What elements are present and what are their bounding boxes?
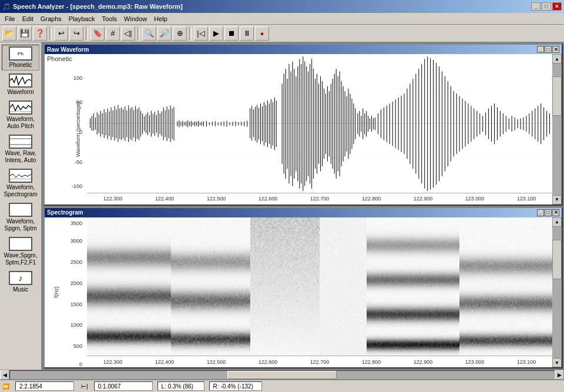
menu-file[interactable]: File xyxy=(1,14,19,24)
waveform-maximize-btn[interactable]: □ xyxy=(545,46,552,53)
svg-rect-210 xyxy=(543,108,544,140)
svg-rect-136 xyxy=(347,96,347,151)
hscroll-right-btn[interactable]: ▶ xyxy=(555,370,564,380)
tb-record[interactable]: ● xyxy=(255,26,269,41)
svg-rect-141 xyxy=(355,109,355,139)
x-tick-0: 122.300 xyxy=(103,196,123,202)
menu-playback[interactable]: Playback xyxy=(65,14,99,24)
svg-rect-12 xyxy=(106,112,106,135)
minimize-button[interactable]: _ xyxy=(531,2,540,11)
status-level-r-value: R: -0.4% (-132) xyxy=(213,383,253,390)
tb-save[interactable]: 💾 xyxy=(18,26,32,41)
svg-rect-100 xyxy=(284,74,284,174)
svg-rect-47 xyxy=(167,106,167,141)
vscroll-thumb[interactable] xyxy=(552,76,562,116)
spectrogram-y-axis: f(Hz) 3500 3000 2500 2000 1500 1000 500 … xyxy=(45,217,87,368)
maximize-button[interactable]: □ xyxy=(542,2,551,11)
y-tick-0: 0 xyxy=(79,129,85,135)
x-tick-7: 123.000 xyxy=(465,196,485,202)
phonetic-label: Phonetic xyxy=(9,62,32,69)
spectrogram-vscroll-down[interactable]: ▼ xyxy=(552,358,562,367)
waveform-vscroll[interactable]: ▲ ▼ xyxy=(552,54,562,205)
svg-rect-66 xyxy=(202,122,202,126)
vscroll-down-btn[interactable]: ▼ xyxy=(552,195,562,205)
waveform-x-axis: 122.300 122.400 122.500 122.600 122.700 … xyxy=(87,193,552,205)
svg-rect-30 xyxy=(137,109,137,138)
tb-skip-start[interactable]: |◁ xyxy=(194,26,208,41)
spectrogram-minimize-btn[interactable]: _ xyxy=(537,209,544,216)
tb-open[interactable]: 📂 xyxy=(2,26,16,41)
menu-window[interactable]: Window xyxy=(120,14,150,24)
svg-rect-40 xyxy=(155,112,155,135)
close-button[interactable]: ✕ xyxy=(552,2,562,11)
tb-zoom-in[interactable]: 🔍 xyxy=(142,26,156,41)
tb-pause[interactable]: ⏸ xyxy=(240,26,254,41)
spectrogram-panel: Spectrogram _ □ ✕ f(Hz) 3500 3000 2500 2… xyxy=(43,207,563,369)
sidebar-item-music[interactable]: ♪ Music xyxy=(2,269,39,295)
spectrogram-maximize-btn[interactable]: □ xyxy=(545,209,552,216)
svg-rect-193 xyxy=(494,103,495,144)
spectrogram-vscroll-up[interactable]: ▲ xyxy=(552,217,562,227)
spectrogram-vscroll-thumb[interactable] xyxy=(552,240,562,279)
svg-rect-61 xyxy=(193,122,193,125)
menu-help[interactable]: Help xyxy=(150,14,171,24)
svg-rect-207 xyxy=(535,109,535,139)
sidebar-item-waveform-spectrogram[interactable]: Waveform, Spectrogram xyxy=(2,167,39,200)
svg-rect-117 xyxy=(313,69,314,179)
hscroll-left-btn[interactable]: ◀ xyxy=(0,370,9,380)
tb-zoom-sel[interactable]: ⊕ xyxy=(173,26,187,41)
svg-rect-43 xyxy=(160,113,160,134)
svg-rect-32 xyxy=(140,111,141,137)
svg-rect-131 xyxy=(338,76,338,171)
svg-rect-70 xyxy=(212,122,213,126)
spectrogram-close-btn[interactable]: ✕ xyxy=(552,209,559,216)
tb-back[interactable]: ◁| xyxy=(121,26,135,41)
tb-hash[interactable]: # xyxy=(106,26,120,41)
svg-rect-116 xyxy=(311,59,312,188)
sidebar-item-wave-spgm-sptm[interactable]: Waveform, Spgm, Sptm xyxy=(2,201,39,234)
tb-redo[interactable]: ↪ xyxy=(69,26,83,41)
svg-rect-161 xyxy=(401,96,402,152)
svg-rect-129 xyxy=(334,74,335,174)
menu-edit[interactable]: Edit xyxy=(19,14,37,24)
svg-rect-180 xyxy=(456,93,457,154)
window-controls: _ □ ✕ xyxy=(531,2,562,11)
sidebar-item-wave-raw[interactable]: Wave, Raw, Intens, Auto xyxy=(2,133,39,166)
sidebar-item-phonetic[interactable]: Ph Phonetic xyxy=(2,45,39,71)
hscroll-thumb[interactable] xyxy=(227,371,336,379)
waveform-spectrogram-icon xyxy=(9,169,32,183)
hscrollbar: ◀ ▶ xyxy=(0,370,564,379)
svg-rect-205 xyxy=(529,113,529,134)
svg-rect-163 xyxy=(407,89,408,159)
waveform-minimize-btn[interactable]: _ xyxy=(537,46,544,53)
menu-graphs[interactable]: Graphs xyxy=(37,14,65,24)
sx-tick-6: 122.900 xyxy=(414,359,433,365)
sidebar-item-waveform-autopitch[interactable]: Waveform, Auto Pitch xyxy=(2,99,39,132)
tb-help[interactable]: ❓ xyxy=(33,26,47,41)
menubar: File Edit Graphs Playback Tools Window H… xyxy=(0,13,564,25)
svg-rect-8 xyxy=(99,115,99,133)
svg-rect-156 xyxy=(387,105,387,142)
sidebar-item-wave-spgm-f2f1[interactable]: Wave,Spgm, Sptm,F2,F1 xyxy=(2,235,39,268)
svg-rect-75 xyxy=(227,121,227,127)
sidebar-item-waveform[interactable]: Waveform xyxy=(2,72,39,98)
spectrogram-vscroll-track xyxy=(552,227,562,359)
vscroll-up-btn[interactable]: ▲ xyxy=(552,54,562,63)
svg-rect-146 xyxy=(364,113,365,134)
tb-stop[interactable]: ⏹ xyxy=(224,26,239,41)
svg-rect-144 xyxy=(361,116,361,132)
svg-rect-128 xyxy=(333,79,333,169)
tb-undo[interactable]: ↩ xyxy=(54,26,68,41)
svg-rect-44 xyxy=(162,112,162,136)
menu-tools[interactable]: Tools xyxy=(98,14,120,24)
svg-rect-112 xyxy=(304,62,305,186)
y-tick-2500: 2500 xyxy=(70,259,85,265)
tb-zoom-out[interactable]: 🔎 xyxy=(157,26,172,41)
x-tick-5: 122.800 xyxy=(362,196,381,202)
wave-spgm-f2f1-icon xyxy=(9,237,32,251)
tb-play[interactable]: ▶ xyxy=(209,26,223,41)
waveform-close-btn[interactable]: ✕ xyxy=(552,46,559,53)
svg-rect-65 xyxy=(200,122,200,125)
spectrogram-vscroll[interactable]: ▲ ▼ xyxy=(552,217,562,368)
tb-bookmark[interactable]: 🔖 xyxy=(90,26,105,41)
